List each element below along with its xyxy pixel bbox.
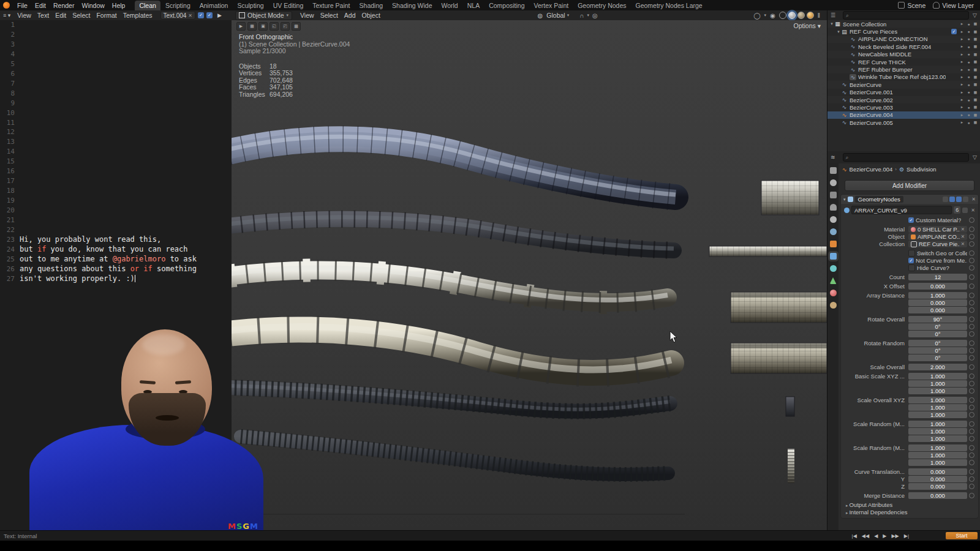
- text-line[interactable]: 22: [0, 225, 232, 235]
- animate-property-icon[interactable]: [969, 217, 974, 223]
- workspace-tab[interactable]: Shading: [355, 1, 388, 10]
- outliner-item-label[interactable]: REF Curve THICK: [858, 59, 906, 66]
- text-editor-menu-item[interactable]: View: [14, 12, 34, 19]
- shading-rendered-icon[interactable]: [807, 12, 814, 19]
- text-line[interactable]: 1: [0, 20, 232, 30]
- shading-solid-icon[interactable]: [788, 12, 796, 19]
- property-value-field[interactable]: 1.000 ✕: [908, 452, 967, 459]
- outliner-row[interactable]: AIRPLANE CONNECTION ▸ ● ◼: [827, 36, 980, 43]
- animate-property-icon[interactable]: [969, 452, 974, 458]
- viewport-menu-item[interactable]: View: [297, 12, 317, 19]
- viewport-menu-item[interactable]: Select: [317, 12, 341, 19]
- render-toggle-icon[interactable]: [956, 197, 962, 202]
- selectable-icon[interactable]: ▸: [959, 105, 965, 110]
- property-value-field[interactable]: 0.000 ✕: [908, 283, 967, 290]
- workspace-tab[interactable]: World: [437, 1, 462, 10]
- workspace-tab[interactable]: Shading Wide: [388, 1, 436, 10]
- realtime-toggle-icon[interactable]: [949, 197, 955, 202]
- property-value-field[interactable]: 1.000 ✕: [908, 421, 967, 427]
- selectable-icon[interactable]: ▸: [959, 29, 965, 34]
- collection-checkbox[interactable]: [951, 29, 957, 34]
- animate-property-icon[interactable]: [969, 476, 974, 482]
- text-editor-menu-item[interactable]: Format: [93, 12, 119, 19]
- outliner-item-label[interactable]: REF Rubber Bumper: [858, 66, 913, 73]
- user-count-badge[interactable]: 6: [954, 206, 960, 214]
- breadcrumb-panel[interactable]: Subdivision: [907, 166, 937, 173]
- outliner-item-label[interactable]: NewCables MIDDLE: [858, 51, 911, 58]
- hide-eye-icon[interactable]: ●: [965, 90, 972, 94]
- breadcrumb-object[interactable]: BezierCurve.004: [850, 166, 893, 173]
- text-line[interactable]: 19: [0, 196, 232, 206]
- selectable-icon[interactable]: ▸: [959, 113, 965, 118]
- outliner-item-label[interactable]: BezierCurve: [850, 81, 881, 88]
- menubar-item[interactable]: Render: [50, 1, 78, 10]
- workspace-tab[interactable]: Compositing: [484, 1, 529, 10]
- workspace-tab[interactable]: Clean: [135, 1, 160, 10]
- render-camera-icon[interactable]: ◼: [972, 37, 979, 42]
- text-line[interactable]: 4: [0, 50, 232, 59]
- playback-icon[interactable]: ▶: [236, 22, 246, 31]
- workspace-tab[interactable]: Geometry Nodes Large: [631, 1, 707, 10]
- text-line[interactable]: 3: [0, 40, 232, 50]
- menubar-item[interactable]: Edit: [31, 1, 50, 10]
- text-editor-menu-item[interactable]: Text: [34, 12, 52, 19]
- workspace-tab[interactable]: Sculpting: [233, 1, 268, 10]
- properties-editor[interactable]: ≋ ⌕ ▽ ∿ BezierCurve.004 › ⚙ Subdivision …: [827, 151, 980, 530]
- properties-tab-icon[interactable]: [830, 302, 837, 309]
- outliner-item-label[interactable]: AIRPLANE CONNECTION: [858, 36, 928, 42]
- property-checkbox[interactable]: [908, 217, 914, 223]
- property-value-field[interactable]: 1.000 ✕: [908, 428, 967, 435]
- outliner-row[interactable]: REF Rubber Bumper ▸ ● ◼: [827, 66, 980, 73]
- animate-property-icon[interactable]: [969, 300, 974, 305]
- property-value-field[interactable]: 0.000 ✕: [908, 307, 967, 313]
- workspace-tab[interactable]: Vertex Paint: [530, 1, 573, 10]
- animate-property-icon[interactable]: [969, 429, 974, 434]
- outliner-row[interactable]: BezierCurve.001 ▸ ● ◼: [827, 89, 980, 96]
- property-value-field[interactable]: 1.000 ✕: [908, 435, 967, 442]
- property-value-field[interactable]: 90° ✕: [908, 316, 967, 323]
- viewport-menu-item[interactable]: Add: [341, 12, 359, 19]
- render-camera-icon[interactable]: ◼: [972, 44, 979, 49]
- text-line[interactable]: 10: [0, 108, 232, 118]
- text-editor-menu-item[interactable]: Edit: [52, 12, 69, 19]
- selectable-icon[interactable]: ▸: [959, 59, 965, 64]
- overlays-icon[interactable]: ◉: [768, 12, 777, 19]
- blender-app-icon[interactable]: [3, 2, 10, 9]
- text-editor-menu-item[interactable]: Templates: [120, 12, 156, 19]
- transport-button[interactable]: |◀: [851, 533, 858, 539]
- hide-eye-icon[interactable]: ●: [965, 83, 972, 87]
- text-line[interactable]: 7: [0, 79, 232, 89]
- render-camera-icon[interactable]: ◼: [972, 21, 979, 26]
- animate-property-icon[interactable]: [969, 421, 974, 427]
- outliner-item-label[interactable]: Scene Collection: [843, 21, 886, 28]
- property-value-field[interactable]: 0° ✕: [908, 347, 967, 354]
- property-value-field[interactable]: 1.000 ✕: [908, 388, 967, 394]
- outliner-row[interactable]: Neck Beveled Side REF.004 ▸ ● ◼: [827, 43, 980, 50]
- text-line[interactable]: 9: [0, 99, 232, 108]
- filter-icon[interactable]: ▽: [973, 154, 980, 160]
- render-camera-icon[interactable]: ◼: [972, 75, 979, 80]
- animate-property-icon[interactable]: [969, 241, 974, 247]
- property-value-field[interactable]: REF Curve Pie... ✕: [908, 241, 967, 247]
- animate-property-icon[interactable]: [969, 258, 974, 263]
- outliner-item-label[interactable]: BezierCurve.001: [850, 89, 893, 96]
- property-value-field[interactable]: Custom Material? ✕: [916, 217, 967, 223]
- properties-tab-icon[interactable]: [830, 290, 837, 296]
- animate-property-icon[interactable]: [969, 412, 974, 418]
- animate-property-icon[interactable]: [969, 405, 974, 410]
- filter-icon[interactable]: ▽: [973, 12, 980, 18]
- transport-button[interactable]: ◀: [873, 533, 878, 539]
- text-line[interactable]: 17: [0, 176, 232, 186]
- outliner-row[interactable]: REF Curve THICK ▸ ● ◼: [827, 58, 980, 66]
- remove-modifier-icon[interactable]: ✕: [971, 197, 976, 202]
- outliner-item-label[interactable]: BezierCurve.005: [850, 119, 893, 126]
- properties-tab-icon[interactable]: [830, 253, 837, 260]
- transport-button[interactable]: ◀◀: [861, 533, 870, 539]
- property-value-field[interactable]: 1.000 ✕: [908, 459, 967, 466]
- text-line[interactable]: 27 isn't working properly. :): [0, 274, 232, 284]
- text-line[interactable]: 8: [0, 89, 232, 99]
- properties-tab-icon[interactable]: [830, 216, 837, 223]
- clear-id-icon[interactable]: ✕: [960, 227, 965, 232]
- property-checkbox[interactable]: [908, 264, 915, 271]
- animate-property-icon[interactable]: [969, 469, 974, 474]
